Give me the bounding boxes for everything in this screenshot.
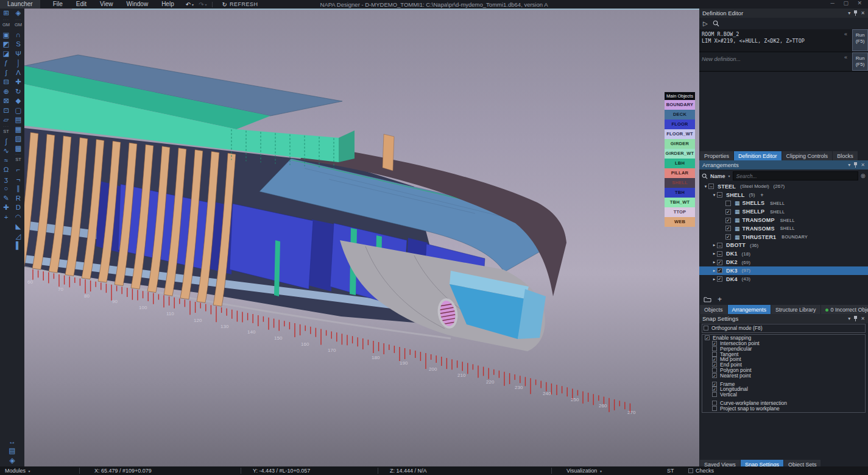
checks-checkbox[interactable]: Checks [688, 466, 714, 475]
corner-limit2-icon[interactable]: ¬ [13, 175, 24, 185]
snap-option-vertical[interactable]: Vertical [704, 392, 865, 398]
visibility-checkbox[interactable]: – [717, 192, 722, 198]
pin-icon[interactable] [853, 162, 858, 168]
visualization-dropdown[interactable]: Visualization ▾ [566, 466, 602, 475]
point-handles-icon[interactable]: Ψ [13, 49, 24, 59]
close-icon[interactable]: ✕ [861, 10, 865, 16]
checkbox[interactable] [712, 368, 717, 373]
tree-row-thruster1[interactable]: ✓▦THRUSTER1BOUNDARY [699, 233, 868, 241]
menu-edit[interactable]: Edit [69, 0, 93, 9]
snap-option-project-snap-to-workplane[interactable]: Project snap to workplane [704, 405, 865, 411]
axis-cross-icon[interactable]: ✚ [13, 77, 24, 87]
search-input[interactable]: Search... [733, 171, 858, 180]
checkbox[interactable]: ✓ [712, 362, 717, 367]
tree-row-transomp[interactable]: ✓▦TRANSOMPSHELL [699, 216, 868, 224]
tree-row-transoms[interactable]: ✓▦TRANSOMSSHELL [699, 224, 868, 233]
curve-s1-icon[interactable]: ∫ [1, 137, 12, 147]
menu-view[interactable]: View [93, 0, 120, 9]
tab-objects[interactable]: Objects [700, 305, 727, 314]
scale-icon[interactable]: ⊠ [1, 96, 12, 106]
folder-icon[interactable] [704, 296, 711, 302]
rotate-icon[interactable]: ↻ [13, 87, 24, 97]
launcher-menu[interactable]: Launcher [0, 0, 40, 9]
tree-row-shell[interactable]: ▾–SHELL(5)+ [699, 191, 868, 199]
menu-file[interactable]: File [46, 0, 69, 9]
checkbox[interactable] [712, 346, 717, 351]
box-3d-icon[interactable]: ▧ [13, 134, 24, 144]
surface-corner-icon[interactable]: ◿ [13, 232, 24, 241]
close-icon[interactable]: ✕ [861, 162, 865, 168]
run-all-icon[interactable]: ▷ [703, 20, 708, 27]
construction-cross-icon[interactable]: ✚ [1, 203, 12, 213]
filter-dropdown[interactable]: Name▾ [710, 173, 730, 179]
checkbox[interactable] [712, 352, 717, 357]
corner-limit-icon[interactable]: ⌐ [13, 165, 24, 175]
frame-tool-icon[interactable]: ƒ [1, 59, 12, 68]
tree-row-dk1[interactable]: ▸–DK1(18) [699, 249, 868, 258]
select-polygon-icon[interactable]: ◪ [1, 49, 12, 59]
curve-wave-icon[interactable]: ∿ [1, 146, 12, 156]
checkbox[interactable] [712, 401, 717, 405]
refresh-button[interactable]: REFRESH [230, 1, 258, 7]
add-icon[interactable]: + [718, 295, 722, 304]
tree-row-dk4[interactable]: ▸✓DK4(43) [699, 275, 868, 284]
menu-window[interactable]: Window [120, 0, 155, 9]
expander-icon[interactable]: ▸ [711, 268, 717, 273]
checkbox[interactable]: ✓ [705, 335, 710, 340]
expander-icon[interactable]: ▸ [711, 260, 717, 265]
select-line-icon[interactable]: ◩ [1, 40, 12, 49]
visibility-checkbox[interactable]: ✓ [717, 268, 722, 273]
tree-row-dk3[interactable]: ▸✓DK3(97) [699, 266, 868, 275]
refresh-icon[interactable]: ↻ [222, 1, 227, 8]
checkbox[interactable]: ✓ [712, 357, 717, 362]
diamond-view-icon[interactable]: ◈ [13, 9, 24, 18]
modules-dropdown[interactable]: Modules ▾ [5, 466, 30, 475]
tab-clipping-controls[interactable]: Clipping Controls [782, 151, 833, 160]
checkbox[interactable]: ✓ [712, 373, 717, 378]
pen-icon[interactable]: ✎ [1, 194, 12, 204]
select-area-icon[interactable]: ▣ [1, 30, 12, 40]
box-copy-icon[interactable]: ▩ [13, 144, 24, 154]
3d-viewport[interactable]: 6070809010011012013014015016017018019020… [24, 9, 699, 466]
visibility-checkbox[interactable]: – [708, 184, 714, 189]
tab-properties[interactable]: Properties [700, 151, 733, 160]
fillet-curve-icon[interactable]: ⌡ [13, 59, 24, 68]
r-curve-icon[interactable]: R [13, 194, 24, 204]
rect-outline-icon[interactable]: ▢ [13, 106, 24, 116]
visibility-checkbox[interactable]: ✓ [725, 209, 731, 215]
visibility-checkbox[interactable]: ✓ [717, 260, 722, 265]
close-icon[interactable]: ✕ [861, 316, 865, 321]
panel-menu-icon[interactable]: ▾ [848, 10, 850, 16]
clear-search-icon[interactable]: ⊗ [861, 173, 866, 179]
pin-icon[interactable] [853, 10, 858, 16]
insert-icon[interactable]: « [844, 52, 852, 71]
definition-entry[interactable]: ROOM R.BOW_2 LIM X>#219, <+HULL, Z<DK2, … [699, 29, 868, 52]
tree-row-shells[interactable]: ▦SHELLSSHELL [699, 199, 868, 208]
tree-row-dbott[interactable]: ▸–DBOTT(36) [699, 241, 868, 250]
expander-icon[interactable]: ▾ [703, 184, 708, 189]
box-grid-icon[interactable]: ▦ [13, 125, 24, 135]
snap-option-nearest-point[interactable]: ✓Nearest point [704, 373, 865, 378]
tab-arrangements[interactable]: Arrangements [728, 305, 771, 314]
measure-icon[interactable]: ↔ [7, 437, 18, 447]
ellipse-icon[interactable]: ○ [1, 184, 12, 194]
deselect-icon[interactable]: ⊟ [1, 77, 12, 87]
tab-structure-library[interactable]: Structure Library [771, 305, 820, 314]
new-definition-placeholder[interactable]: New definition... [699, 52, 844, 71]
move-icon[interactable]: ⊕ [1, 87, 12, 97]
redo-dropdown-icon[interactable]: ▾ [205, 2, 207, 7]
undo-dropdown-icon[interactable]: ▾ [192, 2, 194, 7]
tab-definition-editor[interactable]: Definition Editor [734, 151, 782, 160]
tree-row-steel[interactable]: ▾–STEEL(Steel Model)(267) [699, 182, 868, 191]
arc-icon[interactable]: ◠ [13, 213, 24, 223]
s-curve-icon[interactable]: S [13, 40, 24, 49]
insert-icon[interactable]: « [844, 29, 852, 51]
definition-code[interactable]: ROOM R.BOW_2 LIM X>#219, <+HULL, Z<DK2, … [699, 29, 844, 51]
visibility-checkbox[interactable]: ✓ [725, 234, 731, 240]
visibility-checkbox[interactable]: ✓ [725, 218, 731, 223]
expander-icon[interactable]: ▸ [711, 243, 717, 248]
run-button[interactable]: Run(F5) [852, 29, 868, 51]
panel-menu-icon[interactable]: ▾ [848, 316, 850, 321]
checkbox[interactable]: ✓ [712, 341, 717, 346]
corner-curve-icon[interactable]: Λ [13, 68, 24, 78]
